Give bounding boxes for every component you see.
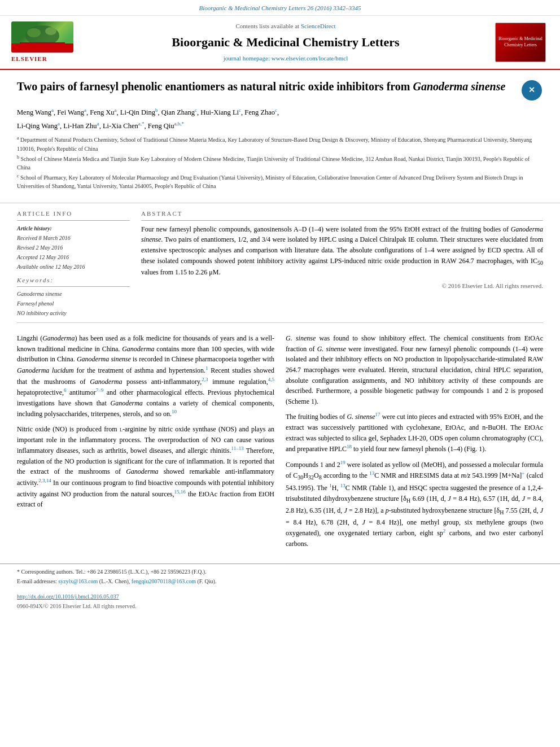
article-info-heading: ARTICLE INFO xyxy=(17,209,130,221)
article-history: Article history: Received 8 March 2016 R… xyxy=(17,224,130,271)
authors-line: Meng Wanga, Fei Wanga, Feng Xua, Li-Qin … xyxy=(17,106,543,118)
science-direct-link[interactable]: ScienceDirect xyxy=(301,23,336,29)
authors-line-2: Li-Qing Wanga, Li-Han Zhua, Li-Xia Chena… xyxy=(17,120,543,132)
corresponding-author-note: * Corresponding authors. Tel.: +86 24 23… xyxy=(17,567,543,576)
abstract-section: ABSTRACT Four new farnesyl phenolic comp… xyxy=(141,209,543,318)
logo-image xyxy=(11,21,73,53)
svg-point-2 xyxy=(45,27,56,35)
crossmark-area[interactable]: ✕ xyxy=(520,79,543,102)
copyright-line: © 2016 Elsevier Ltd. All rights reserved… xyxy=(141,281,543,291)
journal-header: ELSEVIER Contents lists available at Sci… xyxy=(0,16,560,71)
body-col-left: Lingzhi (Ganoderma) has been used as a f… xyxy=(17,333,274,553)
body-para-5: Compounds 1 and 219 were isolated as yel… xyxy=(286,459,543,549)
journal-title-area: Contents lists available at ScienceDirec… xyxy=(85,21,487,63)
cover-image-area: Bioorganic & Medicinal Chemistry Letters xyxy=(492,23,549,62)
body-para-2: Nitric oxide (NO) is produced from l-arg… xyxy=(17,424,274,510)
article-header: Two pairs of farnesyl phenolic enantiome… xyxy=(0,70,560,197)
article-title-italic: Ganoderma sinense xyxy=(413,80,505,93)
footnote-section: * Corresponding authors. Tel.: +86 24 23… xyxy=(0,563,560,590)
body-two-col: Lingzhi (Ganoderma) has been used as a f… xyxy=(17,333,543,553)
mini-cover: Bioorganic & Medicinal Chemistry Letters xyxy=(495,23,546,62)
keywords-section: Keywords: Ganoderma sinense Farnesyl phe… xyxy=(17,276,130,318)
svg-point-1 xyxy=(27,28,41,37)
keyword-3: NO inhibitory activity xyxy=(17,308,130,318)
email-link-2[interactable]: fengqiu20070118@163.com xyxy=(132,578,196,584)
keywords-heading: Keywords: xyxy=(17,276,130,287)
elsevier-logo-area: ELSEVIER xyxy=(11,21,79,64)
abstract-text: Four new farnesyl phenolic compounds, ga… xyxy=(141,224,543,278)
email-link-1[interactable]: syzylx@163.com xyxy=(58,578,98,584)
abstract-heading: ABSTRACT xyxy=(141,209,543,221)
history-label: Article history: xyxy=(17,224,130,233)
journal-title: Bioorganic & Medicinal Chemistry Letters xyxy=(85,33,487,51)
body-para-3: G. sinense was found to show inhibitory … xyxy=(286,333,543,407)
affiliation-a: a Department of Natural Products Chemist… xyxy=(17,135,543,152)
issn-line: 0960-894X/© 2016 Elsevier Ltd. All right… xyxy=(0,601,560,611)
affiliation-b: b School of Chinese Materia Medica and T… xyxy=(17,154,543,172)
journal-citation-bar: Bioorganic & Medicinal Chemistry Letters… xyxy=(0,0,560,16)
crossmark-icon: ✕ xyxy=(522,80,542,101)
science-direct-line: Contents lists available at ScienceDirec… xyxy=(85,21,487,31)
body-col-right: G. sinense was found to show inhibitory … xyxy=(286,333,543,553)
article-title-text: Two pairs of farnesyl phenolic enantiome… xyxy=(17,79,515,94)
journal-homepage: journal homepage: www.elsevier.com/locat… xyxy=(85,54,487,63)
received-date: Received 8 March 2016 xyxy=(17,234,130,242)
revised-date: Revised 2 May 2016 xyxy=(17,243,130,252)
doi-section: http://dx.doi.org/10.1016/j.bmcl.2016.05… xyxy=(0,590,560,601)
article-info-column: ARTICLE INFO Article history: Received 8… xyxy=(17,209,130,318)
keywords-list: Ganoderma sinense Farnesyl phenol NO inh… xyxy=(17,289,130,318)
affiliation-c: c School of Pharmacy, Key Laboratory of … xyxy=(17,173,543,190)
body-para-4: The fruiting bodies of G. sinense17 were… xyxy=(286,411,543,454)
svg-rect-3 xyxy=(20,42,65,50)
email-footnote: E-mail addresses: syzylx@163.com (L.-X. … xyxy=(17,577,543,586)
keyword-2: Farnesyl phenol xyxy=(17,299,130,308)
elsevier-label: ELSEVIER xyxy=(11,54,47,64)
accepted-date: Accepted 12 May 2016 xyxy=(17,253,130,261)
info-abstract-section: ARTICLE INFO Article history: Received 8… xyxy=(0,209,560,318)
journal-citation-text: Bioorganic & Medicinal Chemistry Letters… xyxy=(199,5,361,11)
available-date: Available online 12 May 2016 xyxy=(17,263,130,271)
homepage-url[interactable]: www.elsevier.com/locate/bmcl xyxy=(272,55,348,62)
article-title-plain: Two pairs of farnesyl phenolic enantiome… xyxy=(17,80,413,93)
affiliations: a Department of Natural Products Chemist… xyxy=(17,135,543,190)
body-para-1: Lingzhi (Ganoderma) has been used as a f… xyxy=(17,333,274,420)
elsevier-logo: ELSEVIER xyxy=(11,21,79,64)
body-section: Lingzhi (Ganoderma) has been used as a f… xyxy=(0,327,560,559)
doi-link[interactable]: http://dx.doi.org/10.1016/j.bmcl.2016.05… xyxy=(17,593,119,600)
article-title-block: Two pairs of farnesyl phenolic enantiome… xyxy=(17,79,543,102)
keyword-1: Ganoderma sinense xyxy=(17,289,130,299)
